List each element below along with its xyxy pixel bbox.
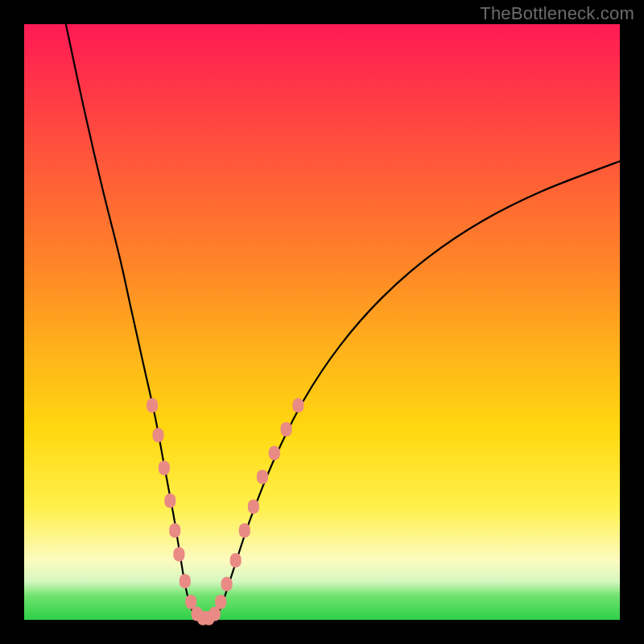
marker-dot <box>221 577 233 592</box>
marker-dot <box>269 446 280 460</box>
marker-dot <box>173 547 184 562</box>
data-markers <box>147 398 303 625</box>
marker-dot <box>159 460 170 475</box>
marker-dot <box>169 523 180 538</box>
marker-dot <box>164 493 175 508</box>
watermark-text: TheBottleneck.com <box>480 3 634 24</box>
marker-dot <box>215 595 226 609</box>
marker-dot <box>147 398 158 413</box>
marker-dot <box>230 553 242 568</box>
marker-dot <box>180 574 191 588</box>
v-curve-path <box>66 24 620 621</box>
marker-dot <box>257 469 268 484</box>
chart-frame: TheBottleneck.com <box>0 0 644 644</box>
curve-layer <box>24 24 620 620</box>
marker-dot <box>239 523 250 538</box>
bottleneck-curve <box>66 24 620 621</box>
marker-dot <box>153 428 164 443</box>
plot-area <box>24 24 620 620</box>
marker-dot <box>281 422 292 436</box>
marker-dot <box>248 499 259 514</box>
marker-dot <box>292 398 303 413</box>
